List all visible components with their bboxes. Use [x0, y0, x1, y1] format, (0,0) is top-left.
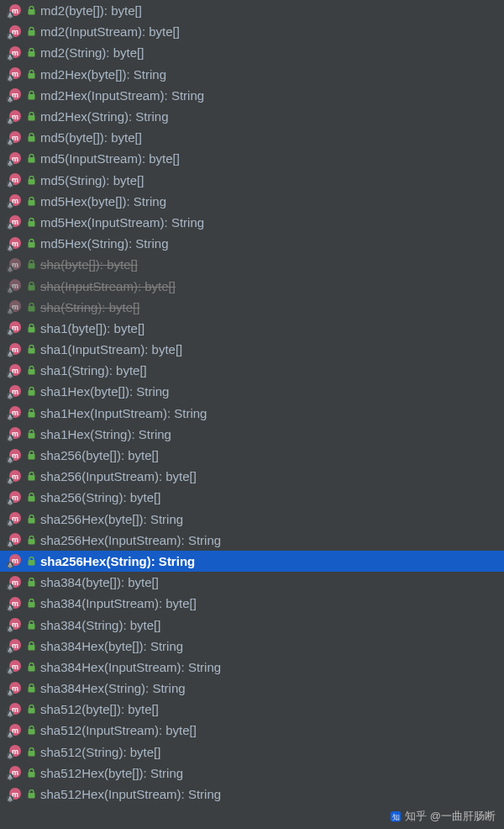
method-signature: sha384Hex(byte[]): String — [40, 639, 183, 653]
method-signature: sha1(InputStream): byte[] — [40, 342, 182, 356]
method-row[interactable]: m sha384Hex(byte[]): String — [0, 636, 504, 657]
lock-icon — [27, 789, 35, 800]
method-icon: m — [7, 426, 22, 441]
lock-icon — [27, 599, 35, 609]
svg-rect-123 — [28, 645, 34, 651]
method-row[interactable]: m sha1(String): byte[] — [0, 360, 504, 381]
method-row[interactable]: m sha256Hex(byte[]): String — [0, 509, 504, 530]
method-row[interactable]: m sha1Hex(String): String — [0, 424, 504, 445]
method-signature: sha512(byte[]): byte[] — [40, 702, 159, 716]
method-signature: md2Hex(InputStream): String — [40, 88, 204, 103]
lock-icon — [27, 641, 35, 651]
method-signature: sha512(InputStream): byte[] — [40, 723, 197, 737]
lock-icon — [27, 302, 35, 312]
method-icon: m — [7, 66, 22, 82]
svg-rect-71 — [28, 369, 34, 375]
lock-icon — [27, 429, 35, 439]
method-row[interactable]: m sha1Hex(InputStream): String — [0, 403, 504, 424]
lock-icon — [27, 281, 35, 291]
method-signature: sha384(String): byte[] — [40, 618, 160, 632]
method-signature: sha256Hex(String): String — [40, 554, 195, 568]
svg-rect-23 — [28, 115, 34, 121]
svg-rect-91 — [28, 475, 34, 481]
method-row[interactable]: m sha(String): byte[] — [0, 297, 504, 318]
method-row[interactable]: m md2Hex(byte[]): String — [0, 64, 504, 85]
method-row[interactable]: m sha1Hex(byte[]): String — [0, 381, 504, 402]
method-icon: m — [7, 24, 22, 40]
method-row[interactable]: m sha384(String): byte[] — [0, 614, 504, 635]
svg-rect-67 — [28, 348, 34, 354]
method-row[interactable]: m md5(byte[]): byte[] — [0, 127, 504, 148]
method-signature: md5Hex(InputStream): String — [40, 215, 204, 230]
method-row[interactable]: m sha256(byte[]): byte[] — [0, 445, 504, 466]
method-icon: m — [7, 469, 22, 484]
method-signature: md2Hex(String): String — [40, 109, 169, 124]
lock-icon — [27, 366, 35, 376]
method-signature: sha1Hex(InputStream): String — [40, 406, 207, 420]
zhihu-logo-icon: 知 — [390, 811, 402, 822]
method-icon: m — [7, 342, 22, 357]
method-signature: md5(String): byte[] — [40, 173, 144, 187]
lock-icon — [27, 154, 35, 164]
lock-icon — [27, 175, 35, 185]
lock-icon — [27, 705, 35, 715]
svg-rect-99 — [28, 518, 34, 524]
svg-rect-55 — [28, 285, 34, 291]
method-row[interactable]: m sha(byte[]): byte[] — [0, 254, 504, 275]
lock-icon — [27, 69, 35, 79]
lock-icon — [27, 535, 35, 545]
method-signature: md5Hex(String): String — [40, 236, 169, 251]
method-signature: sha(InputStream): byte[] — [40, 279, 176, 293]
method-signature: sha256(byte[]): byte[] — [40, 448, 159, 462]
method-row[interactable]: m md5Hex(byte[]): String — [0, 191, 504, 212]
method-row[interactable]: m md5Hex(InputStream): String — [0, 212, 504, 233]
svg-rect-35 — [28, 179, 34, 185]
svg-rect-43 — [28, 221, 34, 227]
method-icon: m — [7, 384, 22, 399]
method-row[interactable]: m md2(InputStream): byte[] — [0, 21, 504, 42]
method-icon: m — [7, 45, 22, 61]
lock-icon — [27, 217, 35, 227]
method-row[interactable]: m sha512(InputStream): byte[] — [0, 720, 504, 741]
method-row[interactable]: m sha1(byte[]): byte[] — [0, 318, 504, 339]
lock-icon — [27, 684, 35, 694]
method-row[interactable]: m sha512Hex(byte[]): String — [0, 763, 504, 784]
method-signature: sha256Hex(byte[]): String — [40, 512, 183, 526]
method-icon: m — [7, 744, 22, 759]
method-row[interactable]: m md2Hex(String): String — [0, 106, 504, 127]
method-signature: sha1Hex(String): String — [40, 427, 171, 441]
method-row[interactable]: m md5(String): byte[] — [0, 170, 504, 191]
method-row[interactable]: m sha256Hex(InputStream): String — [0, 530, 504, 551]
method-row[interactable]: m sha384(byte[]): byte[] — [0, 572, 504, 593]
method-row[interactable]: m sha384Hex(String): String — [0, 678, 504, 699]
method-icon: m — [7, 723, 22, 738]
lock-icon — [27, 345, 35, 355]
method-row[interactable]: m sha384Hex(InputStream): String — [0, 657, 504, 678]
method-signature: sha384(InputStream): byte[] — [40, 596, 197, 610]
method-row[interactable]: m sha512Hex(InputStream): String — [0, 784, 504, 805]
method-row[interactable]: m sha256(InputStream): byte[] — [0, 466, 504, 487]
svg-rect-19 — [28, 94, 34, 100]
method-row[interactable]: m sha512(String): byte[] — [0, 742, 504, 763]
method-row[interactable]: m sha(InputStream): byte[] — [0, 275, 504, 296]
method-row[interactable]: m md5Hex(String): String — [0, 233, 504, 254]
lock-icon — [27, 578, 35, 588]
method-icon: m — [7, 3, 22, 18]
method-icon: m — [7, 787, 22, 802]
method-row[interactable]: m md5(InputStream): byte[] — [0, 148, 504, 169]
svg-rect-115 — [28, 602, 34, 608]
method-signature: md5Hex(byte[]): String — [40, 194, 166, 209]
method-row[interactable]: m md2Hex(InputStream): String — [0, 85, 504, 106]
method-row[interactable]: m md2(String): byte[] — [0, 42, 504, 63]
method-signature: sha512(String): byte[] — [40, 745, 160, 759]
method-row[interactable]: m sha256(String): byte[] — [0, 487, 504, 508]
lock-icon — [27, 556, 35, 566]
method-row[interactable]: m sha384(InputStream): byte[] — [0, 593, 504, 614]
method-row[interactable]: m md2(byte[]): byte[] — [0, 0, 504, 21]
method-row[interactable]: m sha512(byte[]): byte[] — [0, 699, 504, 720]
lock-icon — [27, 239, 35, 249]
svg-rect-27 — [28, 136, 34, 142]
lock-icon — [27, 726, 35, 736]
method-row[interactable]: m sha256Hex(String): String — [0, 551, 504, 572]
method-row[interactable]: m sha1(InputStream): byte[] — [0, 339, 504, 360]
